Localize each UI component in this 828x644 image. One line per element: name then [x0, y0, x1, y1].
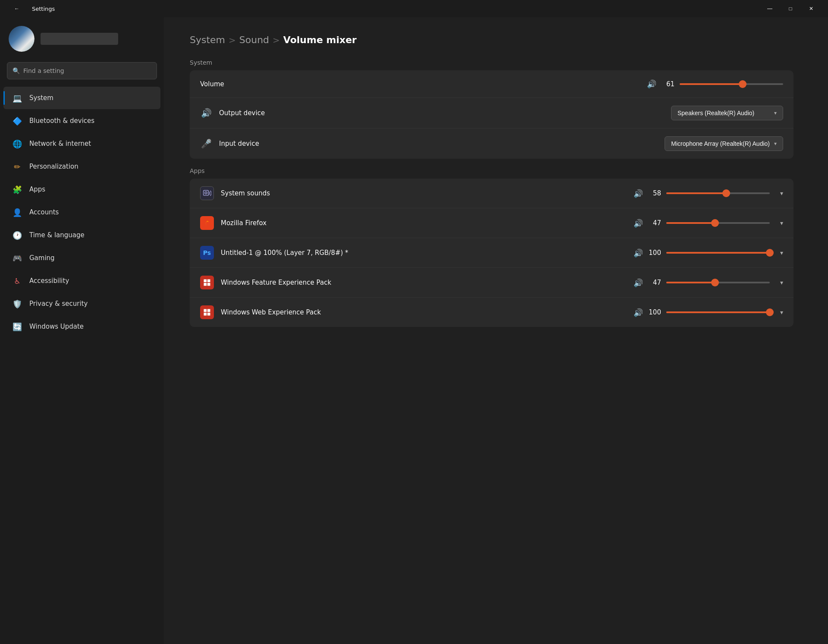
- wfep-expand[interactable]: ▾: [780, 279, 783, 286]
- svg-rect-3: [204, 280, 207, 283]
- app-row-wwep: Windows Web Experience Pack 🔊 100 ▾: [190, 298, 794, 327]
- svg-rect-5: [204, 283, 207, 286]
- input-device-value: Microphone Array (Realtek(R) Audio): [671, 140, 770, 147]
- firefox-label: Mozilla Firefox: [221, 219, 634, 227]
- wfep-vol-icon: 🔊: [634, 278, 643, 287]
- privacy-icon: 🛡️: [12, 298, 22, 309]
- main-content: System > Sound > Volume mixer System Vol…: [164, 17, 828, 644]
- sidebar-label-accounts: Accounts: [29, 208, 59, 216]
- system-sounds-expand[interactable]: ▾: [780, 190, 783, 197]
- bluetooth-icon: 🔷: [12, 116, 22, 126]
- apps-icon: 🧩: [12, 184, 22, 195]
- user-section: [0, 17, 164, 59]
- firefox-control: 🔊 47 ▾: [634, 219, 783, 228]
- network-icon: 🌐: [12, 138, 22, 149]
- photoshop-thumb[interactable]: [766, 249, 774, 257]
- sidebar-item-update[interactable]: 🔄 Windows Update: [3, 315, 160, 338]
- app-container: 🔍 Find a setting 💻 System 🔷 Bluetooth & …: [0, 17, 828, 644]
- wwep-thumb[interactable]: [766, 308, 774, 316]
- system-sounds-thumb[interactable]: [722, 189, 730, 197]
- sidebar: 🔍 Find a setting 💻 System 🔷 Bluetooth & …: [0, 17, 164, 644]
- input-device-chevron: ▾: [774, 141, 777, 147]
- accounts-icon: 👤: [12, 207, 22, 217]
- sidebar-item-accounts[interactable]: 👤 Accounts: [3, 201, 160, 223]
- volume-label: Volume: [200, 80, 647, 88]
- sidebar-item-network[interactable]: 🌐 Network & internet: [3, 132, 160, 155]
- sidebar-item-time[interactable]: 🕐 Time & language: [3, 224, 160, 246]
- personalization-icon: ✏️: [12, 161, 22, 172]
- sidebar-label-privacy: Privacy & security: [29, 300, 88, 308]
- back-button[interactable]: ←: [7, 2, 27, 16]
- app-title: Settings: [32, 6, 55, 12]
- close-button[interactable]: ✕: [801, 2, 821, 16]
- page-title: Volume mixer: [283, 35, 357, 45]
- app-row-photoshop: Ps Untitled-1 @ 100% (Layer 7, RGB/8#) *…: [190, 238, 794, 268]
- wwep-expand[interactable]: ▾: [780, 309, 783, 316]
- volume-value: 61: [662, 80, 674, 88]
- sidebar-label-network: Network & internet: [29, 140, 91, 148]
- firefox-vol-value: 47: [648, 219, 661, 227]
- maximize-button[interactable]: □: [781, 2, 800, 16]
- sidebar-label-system: System: [29, 94, 53, 102]
- system-sounds-slider[interactable]: [666, 192, 770, 194]
- svg-rect-8: [207, 309, 210, 312]
- volume-slider-track[interactable]: [680, 83, 783, 85]
- input-device-dropdown[interactable]: Microphone Array (Realtek(R) Audio) ▾: [665, 136, 783, 151]
- svg-rect-4: [207, 280, 210, 283]
- volume-slider-thumb[interactable]: [739, 80, 746, 88]
- sidebar-item-accessibility[interactable]: ♿ Accessibility: [3, 270, 160, 292]
- sidebar-item-gaming[interactable]: 🎮 Gaming: [3, 247, 160, 269]
- output-device-dropdown[interactable]: Speakers (Realtek(R) Audio) ▾: [671, 106, 783, 120]
- photoshop-expand[interactable]: ▾: [780, 249, 783, 256]
- input-device-icon: 🎤: [200, 138, 212, 149]
- sidebar-label-update: Windows Update: [29, 323, 84, 330]
- wwep-vol-icon: 🔊: [634, 308, 643, 317]
- firefox-expand[interactable]: ▾: [780, 220, 783, 226]
- sidebar-item-privacy[interactable]: 🛡️ Privacy & security: [3, 292, 160, 315]
- window-controls: — □ ✕: [760, 2, 821, 16]
- accessibility-icon: ♿: [12, 276, 22, 286]
- avatar: [9, 26, 34, 52]
- wwep-slider[interactable]: [666, 311, 770, 313]
- photoshop-vol-value: 100: [648, 249, 661, 257]
- sidebar-item-apps[interactable]: 🧩 Apps: [3, 178, 160, 201]
- wwep-vol-value: 100: [648, 308, 661, 316]
- photoshop-icon: Ps: [200, 246, 214, 260]
- app-row-firefox: Mozilla Firefox 🔊 47 ▾: [190, 208, 794, 238]
- search-box[interactable]: 🔍 Find a setting: [7, 62, 157, 79]
- wfep-thumb[interactable]: [711, 279, 719, 286]
- system-sounds-vol-value: 58: [648, 189, 661, 197]
- wfep-icon: [200, 276, 214, 289]
- breadcrumb-system[interactable]: System: [190, 35, 225, 45]
- firefox-thumb[interactable]: [711, 219, 719, 227]
- time-icon: 🕐: [12, 230, 22, 240]
- wfep-slider[interactable]: [666, 282, 770, 283]
- svg-rect-9: [204, 313, 207, 316]
- volume-control: 🔊 61: [647, 79, 783, 88]
- breadcrumb: System > Sound > Volume mixer: [190, 35, 794, 45]
- sidebar-item-personalization[interactable]: ✏️ Personalization: [3, 155, 160, 178]
- breadcrumb-sep-1: >: [229, 35, 236, 45]
- wwep-control: 🔊 100 ▾: [634, 308, 783, 317]
- apps-settings-card: System sounds 🔊 58 ▾: [190, 179, 794, 327]
- volume-row: Volume 🔊 61: [190, 70, 794, 98]
- firefox-slider[interactable]: [666, 222, 770, 224]
- sidebar-label-apps: Apps: [29, 185, 45, 193]
- update-icon: 🔄: [12, 321, 22, 332]
- svg-rect-0: [204, 190, 209, 195]
- photoshop-slider[interactable]: [666, 252, 770, 254]
- sidebar-label-gaming: Gaming: [29, 254, 55, 262]
- breadcrumb-sound[interactable]: Sound: [239, 35, 269, 45]
- search-placeholder: Find a setting: [23, 67, 64, 74]
- nav-list: 💻 System 🔷 Bluetooth & devices 🌐 Network…: [0, 86, 164, 635]
- volume-icon: 🔊: [647, 79, 656, 88]
- system-sounds-icon: [200, 186, 214, 200]
- username-bar: [41, 33, 118, 45]
- output-device-chevron: ▾: [774, 110, 777, 116]
- sidebar-item-bluetooth[interactable]: 🔷 Bluetooth & devices: [3, 110, 160, 132]
- sidebar-item-system[interactable]: 💻 System: [3, 87, 160, 109]
- firefox-icon: [200, 216, 214, 230]
- photoshop-vol-icon: 🔊: [634, 248, 643, 258]
- minimize-button[interactable]: —: [760, 2, 780, 16]
- svg-point-2: [204, 220, 210, 226]
